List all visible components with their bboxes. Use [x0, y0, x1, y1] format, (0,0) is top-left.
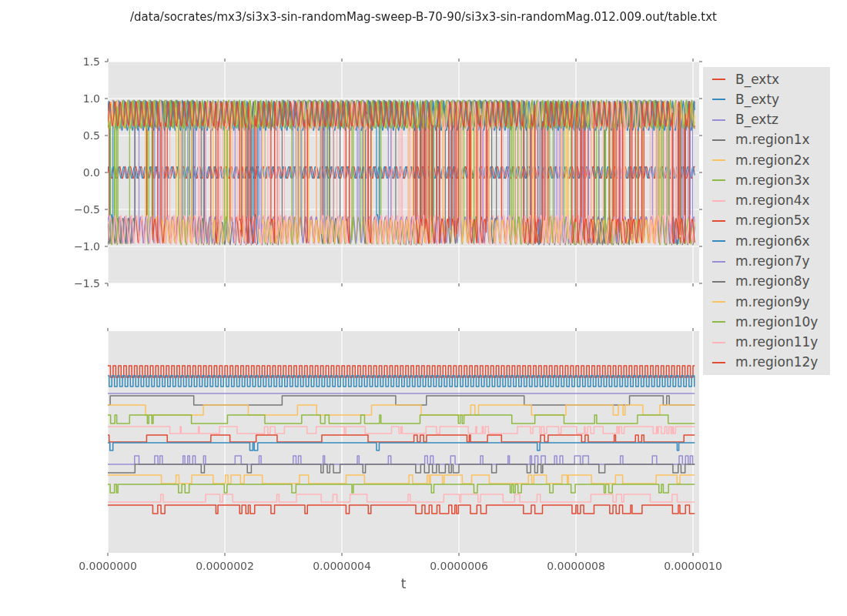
legend-item: m.region5x	[703, 214, 830, 227]
x-tick-label: 0.0000010	[664, 560, 722, 572]
legend-item: m.region3x	[703, 174, 830, 187]
legend-label: B_extz	[735, 113, 778, 126]
legend-label: m.region9y	[735, 296, 810, 309]
legend-line-swatch	[712, 301, 725, 303]
figure: /data/socrates/mx3/si3x3-sin-randomMag-s…	[0, 0, 847, 616]
legend-label: m.region12y	[735, 356, 818, 369]
legend-item: m.region9y	[703, 296, 830, 309]
legend-line-swatch	[712, 362, 725, 363]
x-tick-label: 0.0000008	[547, 560, 605, 572]
legend-label: m.region5x	[735, 214, 810, 227]
legend-item: m.region10y	[703, 316, 830, 329]
legend-label: m.region4x	[735, 194, 810, 207]
y-tick-label: −1.5	[74, 277, 100, 290]
chart-title: /data/socrates/mx3/si3x3-sin-randomMag-s…	[0, 10, 847, 24]
legend-label: m.region7y	[735, 255, 810, 268]
legend-item: m.region6x	[703, 235, 830, 248]
y-tick-label: 1.0	[83, 92, 100, 105]
legend-label: m.region10y	[735, 316, 818, 329]
legend-label: B_extx	[735, 73, 779, 86]
legend-item: B_extx	[703, 73, 830, 86]
y-tick-label: 1.5	[83, 55, 100, 68]
legend-item: B_extz	[703, 113, 830, 126]
legend-line-swatch	[712, 342, 725, 343]
legend-item: m.region11y	[703, 336, 830, 349]
legend-line-swatch	[712, 79, 725, 80]
legend-item: B_exty	[703, 93, 830, 106]
legend: B_extxB_extyB_extzm.region1xm.region2xm.…	[703, 67, 830, 375]
legend-item: m.region8y	[703, 275, 830, 288]
x-tick-label: 0.0000004	[313, 560, 371, 572]
legend-item: m.region4x	[703, 194, 830, 207]
legend-line-swatch	[712, 220, 725, 222]
legend-label: m.region8y	[735, 275, 810, 288]
y-tick-label: 0.5	[83, 129, 100, 142]
legend-line-swatch	[712, 240, 725, 242]
legend-item: m.region7y	[703, 255, 830, 268]
legend-line-swatch	[712, 321, 725, 323]
x-axis-label: t	[401, 576, 407, 591]
x-tick-label: 0.0000000	[79, 560, 137, 572]
legend-label: m.region6x	[735, 235, 810, 248]
legend-label: B_exty	[735, 93, 779, 106]
legend-label: m.region11y	[735, 336, 818, 349]
legend-line-swatch	[712, 261, 725, 263]
y-tick-label: −0.5	[74, 203, 100, 216]
legend-item: m.region2x	[703, 154, 830, 167]
legend-line-swatch	[712, 179, 725, 181]
legend-item: m.region1x	[703, 133, 830, 146]
legend-line-swatch	[712, 119, 725, 121]
y-tick-label: 0.0	[83, 166, 100, 179]
y-tick-label: −1.0	[74, 240, 100, 253]
legend-label: m.region1x	[735, 133, 810, 146]
legend-label: m.region3x	[735, 174, 810, 187]
legend-item: m.region12y	[703, 356, 830, 369]
legend-line-swatch	[712, 200, 725, 202]
x-tick-label: 0.0000002	[196, 560, 254, 572]
legend-line-swatch	[712, 139, 725, 141]
legend-label: m.region2x	[735, 154, 810, 167]
x-tick-label: 0.0000006	[430, 560, 488, 572]
legend-line-swatch	[712, 281, 725, 283]
legend-line-swatch	[712, 159, 725, 161]
legend-line-swatch	[712, 99, 725, 100]
